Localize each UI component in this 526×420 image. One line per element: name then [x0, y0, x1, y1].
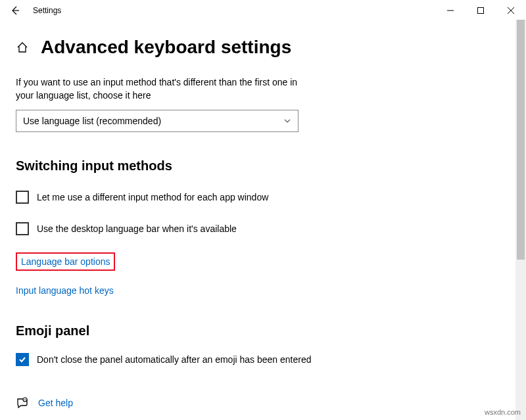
- content-area: Advanced keyboard settings If you want t…: [0, 21, 526, 409]
- scrollbar-thumb[interactable]: [517, 20, 525, 260]
- override-description: If you want to use an input method that'…: [16, 76, 305, 102]
- emoji-autoclose-label: Don't close the panel automatically afte…: [37, 354, 311, 365]
- per-app-input-label: Let me use a different input method for …: [37, 192, 268, 202]
- home-icon: [16, 41, 28, 53]
- close-button[interactable]: [496, 1, 526, 20]
- checkmark-icon: [18, 356, 26, 363]
- arrow-left-icon: [10, 5, 20, 16]
- back-button[interactable]: [5, 1, 25, 20]
- dropdown-selected-value: Use language list (recommended): [23, 116, 161, 126]
- maximize-button[interactable]: [466, 1, 496, 20]
- window-title: Settings: [33, 6, 61, 15]
- input-method-dropdown[interactable]: Use language list (recommended): [16, 110, 299, 132]
- close-icon: [508, 7, 514, 14]
- minimize-button[interactable]: [435, 1, 466, 20]
- desktop-langbar-row: Use the desktop language bar when it's a…: [16, 222, 510, 235]
- page-title: Advanced keyboard settings: [41, 37, 291, 58]
- desktop-langbar-checkbox[interactable]: [16, 222, 29, 235]
- get-help-row: ? Get help: [16, 396, 510, 409]
- emoji-heading: Emoji panel: [16, 323, 510, 338]
- chat-help-icon: ?: [16, 396, 29, 409]
- maximize-icon: [477, 7, 484, 14]
- help-icon-wrapper: ?: [16, 396, 29, 409]
- chevron-down-icon: [283, 117, 291, 125]
- window-controls: [435, 1, 526, 20]
- switching-heading: Switching input methods: [16, 158, 510, 174]
- emoji-autoclose-row: Don't close the panel automatically afte…: [16, 353, 510, 366]
- svg-rect-0: [478, 8, 484, 14]
- desktop-langbar-label: Use the desktop language bar when it's a…: [37, 223, 237, 234]
- per-app-input-checkbox[interactable]: [16, 191, 29, 204]
- input-hotkeys-link[interactable]: Input language hot keys: [16, 285, 510, 296]
- home-button[interactable]: [16, 41, 29, 54]
- watermark-text: wsxdn.com: [485, 408, 521, 416]
- titlebar: Settings: [0, 0, 526, 21]
- svg-text:?: ?: [24, 398, 26, 402]
- per-app-input-row: Let me use a different input method for …: [16, 191, 510, 204]
- get-help-link[interactable]: Get help: [38, 398, 73, 408]
- language-bar-options-link[interactable]: Language bar options: [16, 252, 115, 271]
- minimize-icon: [447, 7, 454, 14]
- page-header: Advanced keyboard settings: [16, 37, 510, 58]
- vertical-scrollbar[interactable]: [515, 20, 526, 420]
- emoji-autoclose-checkbox[interactable]: [16, 353, 29, 366]
